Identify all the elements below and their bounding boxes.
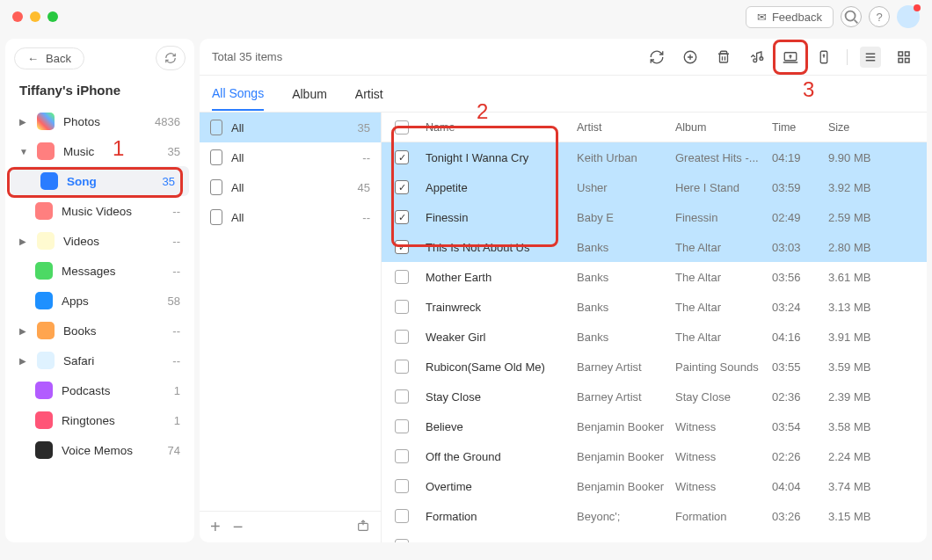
col-time[interactable]: Time <box>772 121 828 134</box>
tab-all-songs[interactable]: All Songs <box>212 77 264 111</box>
col-album[interactable]: Album <box>675 121 772 134</box>
list-view-icon[interactable] <box>860 47 881 68</box>
cell-artist: Baby E <box>577 211 675 224</box>
sidebar-item-books[interactable]: ▶Books-- <box>5 316 194 345</box>
sidebar-item-label: Messages <box>62 265 164 278</box>
chevron-icon: ▶ <box>19 356 28 366</box>
cell-artist: Barney Artist <box>577 390 675 404</box>
sidebar-item-music-videos[interactable]: Music Videos-- <box>5 196 194 226</box>
add-icon[interactable] <box>680 47 701 68</box>
tab-artist[interactable]: Artist <box>355 78 383 110</box>
svg-rect-15 <box>899 52 903 56</box>
cell-size: 2.39 MB <box>828 390 893 404</box>
table-row[interactable]: TrainwreckBanksThe Altar03:243.13 MB <box>382 292 927 322</box>
ic-apps-icon <box>35 292 53 309</box>
col-artist[interactable]: Artist <box>577 121 675 134</box>
table-row[interactable]: Weaker GirlBanksThe Altar04:163.91 MB <box>382 322 927 352</box>
refresh-button[interactable] <box>156 46 186 70</box>
device-row-count: -- <box>362 151 370 164</box>
row-checkbox[interactable] <box>395 300 409 314</box>
device-row[interactable]: All35 <box>200 113 381 142</box>
sidebar-item-label: Photos <box>63 115 146 128</box>
row-checkbox[interactable] <box>395 509 409 523</box>
table-row[interactable]: Stay CloseBarney ArtistStay Close02:362.… <box>382 382 927 411</box>
cell-time: 03:42 <box>772 540 828 543</box>
device-row[interactable]: All-- <box>200 202 381 232</box>
device-row[interactable]: All45 <box>200 172 381 202</box>
cell-size: 2.59 MB <box>828 211 893 224</box>
table-row[interactable]: Off the GroundBenjamin BookerWitness02:2… <box>382 441 927 471</box>
add-playlist-icon[interactable]: + <box>210 517 221 537</box>
cell-artist: Usher <box>577 181 675 194</box>
select-all-checkbox[interactable]: − <box>395 120 409 135</box>
help-icon[interactable]: ? <box>869 6 890 27</box>
row-checkbox[interactable] <box>395 539 409 542</box>
col-size[interactable]: Size <box>828 121 893 134</box>
callout-1: 1 <box>113 136 124 161</box>
remove-playlist-icon[interactable]: − <box>233 517 244 537</box>
to-itunes-icon[interactable] <box>746 47 768 68</box>
cell-size: 3.61 MB <box>828 271 893 284</box>
cell-time: 03:56 <box>772 271 828 284</box>
share-icon[interactable] <box>356 519 370 536</box>
table-row[interactable]: Mother EarthBanksThe Altar03:563.61 MB <box>382 262 927 292</box>
grid-view-icon[interactable] <box>893 47 914 68</box>
device-row[interactable]: All-- <box>200 142 381 172</box>
sidebar-item-music[interactable]: ▼Music35 <box>5 136 194 166</box>
sidebar-item-voice-memos[interactable]: Voice Memos74 <box>5 435 194 465</box>
table-row[interactable]: OvertimeBenjamin BookerWitness04:043.74 … <box>382 471 927 501</box>
row-checkbox[interactable] <box>395 419 409 433</box>
row-checkbox[interactable] <box>395 449 409 463</box>
row-checkbox[interactable]: ✓ <box>395 180 409 194</box>
sidebar-item-ringtones[interactable]: Ringtones1 <box>5 405 194 435</box>
sidebar-item-safari[interactable]: ▶Safari-- <box>5 345 194 375</box>
close-icon[interactable] <box>12 11 23 22</box>
table-row[interactable]: ✓FinessinBaby EFinessin02:492.59 MB <box>382 202 927 232</box>
table-row[interactable]: Bounce BackBig SeanI Decided.03:423.40 M… <box>382 531 927 542</box>
sidebar-item-photos[interactable]: ▶Photos4836 <box>5 106 194 136</box>
sidebar-item-label: Safari <box>63 354 164 367</box>
sidebar-item-podcasts[interactable]: Podcasts1 <box>5 375 194 405</box>
table-row[interactable]: ✓Tonight I Wanna CryKeith UrbanGreatest … <box>382 142 927 172</box>
sync-icon[interactable] <box>646 47 667 68</box>
row-checkbox[interactable]: ✓ <box>395 210 409 224</box>
chevron-icon: ▶ <box>19 236 28 246</box>
row-checkbox[interactable] <box>395 270 409 284</box>
table-row[interactable]: BelieveBenjamin BookerWitness03:543.58 M… <box>382 411 927 441</box>
sidebar-item-apps[interactable]: Apps58 <box>5 286 194 316</box>
table-row[interactable]: FormationBeyonc';Formation03:263.15 MB <box>382 501 927 531</box>
avatar[interactable] <box>897 5 920 28</box>
row-checkbox[interactable]: ✓ <box>395 150 409 164</box>
table-row[interactable]: ✓This Is Not About UsBanksThe Altar03:03… <box>382 232 927 262</box>
ic-msg-icon <box>35 262 53 280</box>
row-checkbox[interactable] <box>395 360 409 374</box>
col-name[interactable]: Name <box>422 121 577 134</box>
row-checkbox[interactable] <box>395 389 409 404</box>
row-checkbox[interactable] <box>395 330 409 344</box>
sidebar-item-count: 58 <box>168 295 180 308</box>
row-checkbox[interactable]: ✓ <box>395 240 409 254</box>
cell-album: The Altar <box>675 271 772 284</box>
table-row[interactable]: ✓AppetiteUsherHere I Stand03:593.92 MB <box>382 172 927 202</box>
sidebar-item-song[interactable]: Song35 <box>11 166 189 196</box>
window-controls[interactable] <box>12 11 58 22</box>
sidebar-item-messages[interactable]: Messages-- <box>5 256 194 286</box>
cell-album: Formation <box>675 510 772 523</box>
maximize-icon[interactable] <box>47 11 58 22</box>
trash-icon[interactable] <box>713 47 734 68</box>
sidebar-item-videos[interactable]: ▶Videos-- <box>5 226 194 256</box>
feedback-button[interactable]: ✉ Feedback <box>746 6 834 28</box>
to-mac-icon[interactable] <box>780 47 801 68</box>
search-icon[interactable] <box>841 6 862 27</box>
to-device-icon[interactable] <box>813 47 834 68</box>
back-button[interactable]: ← Back <box>14 47 84 69</box>
songs-table: − Name Artist Album Time Size ✓Tonight I… <box>382 113 927 542</box>
tab-album[interactable]: Album <box>292 78 327 110</box>
callout-3: 3 <box>803 77 814 102</box>
row-checkbox[interactable] <box>395 479 409 493</box>
mail-icon: ✉ <box>757 11 767 24</box>
minimize-icon[interactable] <box>30 11 40 22</box>
table-row[interactable]: Rubicon(Same Old Me)Barney ArtistPaintin… <box>382 352 927 382</box>
device-row-label: All <box>231 181 244 194</box>
phone-icon <box>210 179 222 195</box>
